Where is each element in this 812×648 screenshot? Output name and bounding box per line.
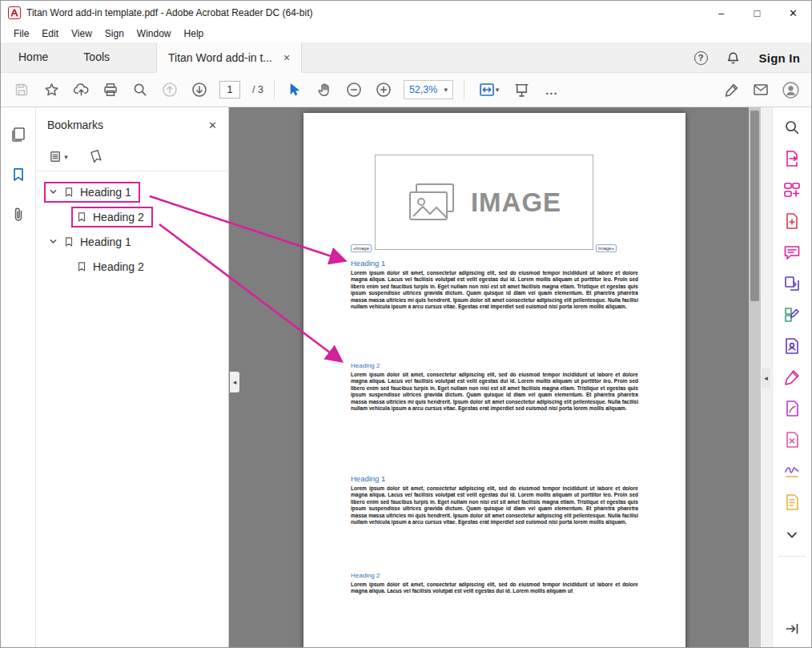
protect-pdf-icon[interactable] [780, 396, 804, 421]
bookmark-item-heading2-2[interactable]: Heading 2 [39, 254, 225, 279]
tab-close-icon[interactable]: × [283, 51, 290, 64]
tab-tools[interactable]: Tools [66, 42, 127, 72]
menu-sign[interactable]: Sign [98, 26, 131, 41]
image-placeholder: IMAGE [375, 155, 593, 250]
share-upload-icon[interactable] [71, 80, 90, 99]
document-section: Heading 1 Lorem ipsum dolor sit amet, co… [351, 259, 638, 311]
export-pdf-icon[interactable] [780, 147, 804, 171]
menubar: File Edit View Sign Window Help [1, 25, 811, 42]
presentation-mode-icon[interactable] [513, 80, 532, 99]
comment-icon[interactable] [780, 240, 804, 264]
attachments-paperclip-icon[interactable] [9, 205, 28, 224]
tab-document-label: Titan Word add-in t... [168, 51, 272, 64]
minimize-button[interactable]: – [703, 1, 739, 25]
zoom-level-value: 52,3% [409, 84, 437, 95]
new-bookmark-icon[interactable] [86, 147, 105, 167]
tab-document[interactable]: Titan Word add-in t... × [156, 42, 302, 73]
bookmark-icon [63, 236, 74, 248]
bookmark-highlight-box: Heading 1 [44, 182, 140, 203]
chevron-down-icon[interactable] [49, 187, 58, 196]
doc-paragraph: Lorem ipsum dolor sit amet, consectetur … [351, 582, 638, 595]
adobe-acrobat-icon [8, 6, 21, 19]
notifications-bell-icon[interactable] [724, 48, 743, 67]
profile-avatar-icon[interactable] [781, 80, 800, 99]
bookmark-label: Heading 2 [93, 260, 144, 273]
scrollbar-thumb[interactable] [750, 111, 759, 301]
open-tools-pane-icon[interactable] [780, 617, 804, 641]
collapse-panel-icon[interactable]: ◂ [230, 372, 239, 392]
search-icon[interactable] [131, 80, 150, 99]
menu-edit[interactable]: Edit [35, 26, 65, 41]
menu-help[interactable]: Help [178, 26, 211, 41]
request-signatures-icon[interactable] [780, 334, 804, 358]
save-icon[interactable] [12, 80, 31, 99]
zoom-level-dropdown[interactable]: 52,3% ▾ [404, 80, 453, 99]
bookmark-item-heading1[interactable]: Heading 1 [39, 179, 225, 204]
page-fit-icon[interactable]: ▾ [475, 80, 502, 99]
stamp-icon[interactable] [780, 490, 804, 514]
pdf-page[interactable]: IMAGE «Image Image» Heading 1 Lorem ipsu… [303, 113, 685, 648]
vertical-scrollbar[interactable] [749, 107, 761, 648]
titlebar: Titan Word add-in template.pdf - Adobe A… [1, 1, 811, 25]
window-controls: – □ ✕ [703, 1, 811, 25]
right-tools-strip [772, 107, 811, 648]
picture-icon [407, 183, 458, 223]
doc-paragraph: Lorem ipsum dolor sit amet, consectetur … [351, 270, 638, 311]
redact-icon[interactable] [780, 428, 804, 452]
create-pdf-icon[interactable] [780, 209, 804, 233]
bookmark-label: Heading 2 [93, 211, 144, 223]
document-canvas[interactable]: IMAGE «Image Image» Heading 1 Lorem ipsu… [229, 107, 761, 648]
menu-file[interactable]: File [7, 26, 35, 41]
bookmark-row-inner: Heading 1 [44, 231, 140, 252]
page-number-input[interactable]: 1 [219, 81, 240, 99]
more-tools-chevron-icon[interactable] [780, 523, 804, 547]
chevron-down-icon[interactable] [49, 237, 58, 246]
more-tools-icon[interactable]: ... [542, 80, 561, 99]
scan-ocr-icon[interactable] [780, 459, 804, 483]
bookmark-item-heading1-2[interactable]: Heading 1 [39, 229, 225, 254]
select-tool-icon[interactable] [285, 80, 304, 99]
bookmarks-toolbar: ▾ [36, 143, 228, 171]
next-page-icon[interactable] [190, 80, 209, 99]
bookmarks-title: Bookmarks [47, 119, 103, 131]
right-panel-gutter: ◂ [761, 107, 772, 648]
toolbar-separator [464, 80, 464, 99]
bookmarks-options-icon[interactable]: ▾ [46, 147, 71, 167]
tab-home[interactable]: Home [1, 42, 66, 72]
doc-heading-1: Heading 1 [351, 474, 638, 483]
organize-pages-icon[interactable] [780, 178, 804, 202]
bookmarks-panel-icon[interactable] [9, 165, 28, 184]
toolbar: 1 / 3 52,3% ▾ ▾ ... [1, 73, 811, 107]
print-icon[interactable] [101, 80, 120, 99]
expand-tools-panel-icon[interactable]: ◂ [762, 368, 770, 388]
zoom-in-icon[interactable] [374, 80, 393, 99]
combine-files-icon[interactable] [780, 272, 804, 296]
strip-divider [778, 556, 806, 557]
edit-pdf-icon[interactable] [780, 303, 804, 327]
email-icon[interactable] [751, 80, 770, 99]
search-tools-icon[interactable] [780, 115, 804, 139]
favorites-star-icon[interactable] [42, 80, 61, 99]
document-section: Heading 2 Lorem ipsum dolor sit amet, co… [351, 362, 638, 413]
bookmarks-close-icon[interactable]: ✕ [208, 119, 217, 131]
sign-in-button[interactable]: Sign In [759, 51, 800, 65]
chevron-down-icon: ▾ [64, 153, 68, 161]
fill-sign-pen-icon[interactable] [722, 80, 741, 99]
doc-heading-2: Heading 2 [351, 362, 638, 369]
app-window: Titan Word add-in template.pdf - Adobe A… [0, 0, 812, 648]
zoom-out-icon[interactable] [344, 80, 364, 99]
page-thumbnails-icon[interactable] [9, 125, 28, 144]
hand-tool-icon[interactable] [315, 80, 334, 99]
content-control-end-tag: Image» [596, 244, 617, 252]
previous-page-icon[interactable] [160, 80, 179, 99]
menu-window[interactable]: Window [131, 26, 178, 41]
close-button[interactable]: ✕ [775, 1, 811, 25]
tabbar-right: ? Sign In [694, 42, 800, 73]
bookmark-row-inner: Heading 2 [71, 256, 153, 277]
maximize-button[interactable]: □ [739, 1, 775, 25]
help-icon[interactable]: ? [694, 51, 708, 65]
fill-sign-icon[interactable] [780, 365, 804, 389]
bookmark-item-heading2[interactable]: Heading 2 [39, 204, 225, 229]
menu-view[interactable]: View [65, 26, 98, 41]
bookmark-icon [63, 187, 74, 198]
